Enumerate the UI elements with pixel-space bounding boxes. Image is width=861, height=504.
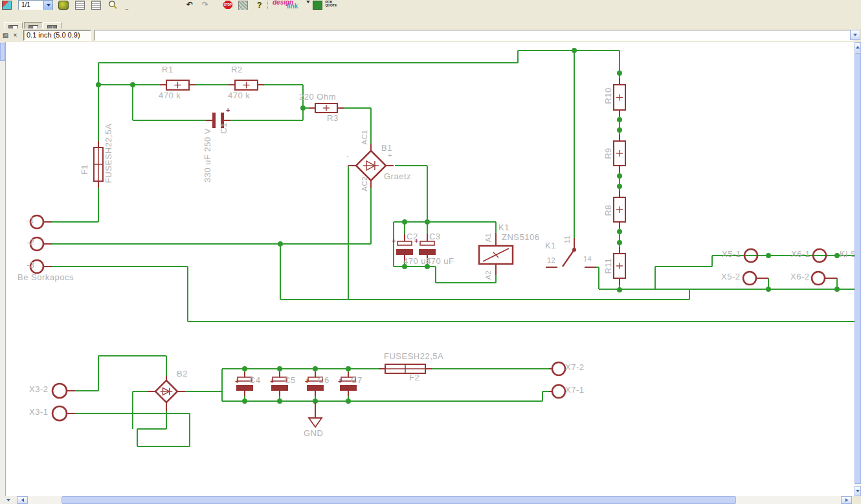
junction-dot [617,287,622,292]
left-panel-strip [0,42,6,496]
schematic-label: + [305,377,309,385]
junction-dot [277,399,282,404]
schematic-label: + [388,151,392,159]
schematic-label: GND [304,428,323,438]
schematic-label: R10 [603,87,613,104]
junction-dot [834,253,840,258]
pin [563,250,574,267]
schematic-label: C1 [219,122,229,134]
help-icon[interactable]: ? [257,1,262,9]
schematic-label: R8 [603,204,613,216]
schematic-label: X5-1 [722,249,741,259]
schematic-label: K1 [498,223,509,232]
capacitor-plate [340,385,357,391]
schematic-label: X3-2 [29,384,48,394]
schematic-canvas[interactable]: R1470 kR2470 k220 OhmR3B1Graetz-+C2C3470… [6,42,855,496]
stop-icon[interactable]: STOP [223,1,232,9]
redo-icon[interactable]: ↷ [202,1,208,9]
scroll-down-button[interactable] [855,486,861,496]
capacitor-plate [307,385,324,391]
run-script-icon[interactable] [91,1,101,9]
use-library-icon[interactable] [58,1,69,9]
capacitor-plate [419,249,436,255]
schematic-label: + [270,377,274,385]
connector-pad [52,384,67,398]
command-input[interactable] [95,30,853,41]
eagle-schematic-editor: { "toolbar": { "sheet_selector": "1/1", … [0,0,861,504]
schematic-label: 470 k [228,91,250,100]
junction-dot [617,240,622,245]
schematic-label: X6-1 [791,249,810,259]
schematic-label: C6 [318,375,330,385]
schematic-label: + [414,237,419,245]
script-icon[interactable] [75,1,85,9]
schematic-label: FUSESH22,5A [104,124,113,183]
burst-icon[interactable] [238,1,248,9]
zoom-fit-icon[interactable] [108,1,118,9]
junction-dot [617,173,622,179]
schematic-label: 11 [563,236,571,243]
connector-pad [743,272,756,285]
junction-dot [617,127,622,133]
schematic-label: A1 [484,233,492,242]
schematic-label: K1 [545,241,556,250]
junction-dot [96,82,101,87]
junction-dot [346,366,351,371]
scroll-up-button[interactable] [855,42,861,52]
schematic-label: FUSESH22,5A [384,351,443,361]
sheet-selector-dropdown[interactable] [43,1,52,10]
schematic-label: Ki So [840,249,855,259]
schematic-label: 14 [583,255,592,263]
capacitor-plate [396,249,413,255]
schematic-label: A2 [484,270,492,279]
junction-dot [425,219,430,225]
schematic-label: R1 [162,65,173,74]
junction-dot [402,219,407,225]
scroll-left-button[interactable] [17,496,28,504]
junction-dot [617,71,622,76]
designlink-logo[interactable]: design link [273,1,305,9]
toolbar-separator [267,1,269,9]
schematic-label: R11 [603,258,613,274]
connector-pad [552,362,565,375]
schematic-label: C3 [429,232,441,241]
connector-pad [552,385,565,398]
capacitor-plate [397,241,412,245]
junction-dot [313,366,318,371]
schematic-label: 470 k [159,91,181,100]
schematic-label: -1 [27,215,35,225]
close-panel-icon[interactable]: × [11,31,19,39]
junction-dot [572,48,577,53]
junction-dot [617,117,622,122]
schematic-label: X7-1 [565,385,584,395]
left-panel-scroll-down-button[interactable] [0,496,17,504]
vertical-scroll-thumb[interactable] [855,53,861,484]
schematic-label: C7 [351,375,363,385]
coordinate-display: 0.1 inch (5.0 0.9) [23,30,91,41]
capacitor-plate [236,385,253,391]
schematic-label: R9 [603,148,613,159]
junction-dot [130,82,135,87]
schematic-label: X6-2 [790,272,809,281]
schematic-label: 470 uF [426,256,454,266]
left-panel-scroll-thumb[interactable] [0,43,5,61]
schematic-label: AC2 [361,177,368,192]
command-history-dropdown[interactable] [850,30,860,40]
dock-icon[interactable]: ▧ [1,31,10,39]
designlink-dropdown-icon[interactable] [306,3,310,10]
undo-icon[interactable]: ↶ [186,1,193,9]
scroll-right-button[interactable] [841,496,852,504]
command-bar: ▧ × 0.1 inch (5.0 0.9) [0,28,861,43]
view-toolbar [0,10,861,29]
junction-dot [242,399,247,404]
horizontal-scroll-thumb[interactable] [62,496,736,504]
sheet-selector[interactable]: 1/1 [18,0,53,10]
schematic-label: + [338,377,342,385]
schematic-label: AC1 [361,130,368,145]
pcb-quote-button[interactable]: PCBQUOTE [313,1,342,9]
junction-dot [766,287,771,292]
sheet-selector-value: 1/1 [19,1,43,10]
schematic-label: ZNS5106 [502,232,539,242]
gnd-symbol [309,418,322,427]
junction-dot [834,287,840,292]
